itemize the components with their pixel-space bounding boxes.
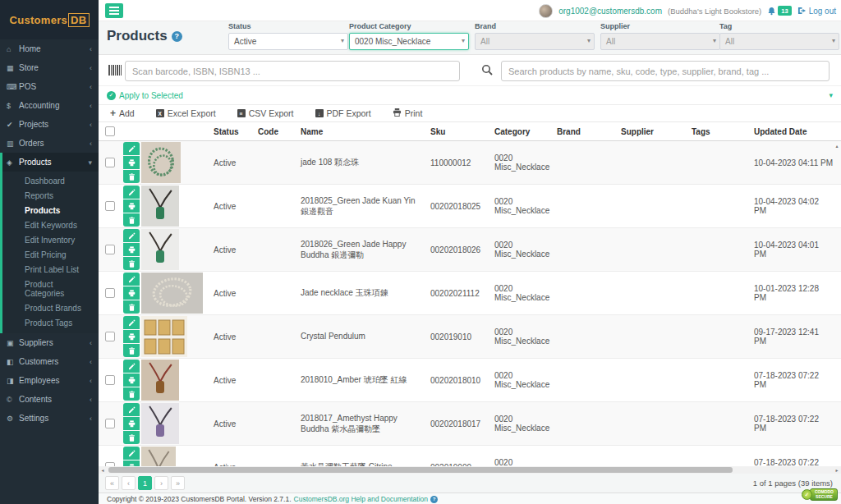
search-input[interactable]	[501, 61, 830, 81]
sidebar-item-settings[interactable]: ⚙Settings‹	[0, 409, 99, 428]
product-image[interactable]	[141, 142, 181, 183]
sidebar-item-projects[interactable]: ✔Projects‹	[0, 115, 99, 134]
sidebar-item-contents[interactable]: ©Contents‹	[0, 390, 99, 409]
edit-button[interactable]	[123, 447, 140, 460]
user-email[interactable]: org1002@customersdb.com	[558, 7, 662, 16]
sidebar-item-products[interactable]: ◈Products▾	[2, 153, 99, 172]
row-checkbox[interactable]	[105, 332, 115, 341]
last-page-button[interactable]: »	[171, 476, 185, 490]
column-header-name[interactable]: Name	[297, 127, 427, 136]
product-image[interactable]	[141, 316, 187, 357]
product-image[interactable]	[141, 273, 203, 314]
sidebar-item-store[interactable]: ▦Store‹	[0, 58, 99, 77]
row-checkbox[interactable]	[105, 201, 115, 211]
sidebar-subitem-dashboard[interactable]: Dashboard	[2, 173, 99, 188]
print-button[interactable]	[123, 417, 140, 430]
chevron-down-icon[interactable]: ▾	[829, 91, 833, 99]
print-button[interactable]	[123, 373, 140, 387]
footer-help-icon[interactable]: ?	[430, 496, 438, 503]
product-image[interactable]	[141, 186, 179, 227]
filter-select-brand[interactable]: All▾	[475, 33, 595, 50]
edit-button[interactable]	[123, 142, 140, 155]
brand-logo[interactable]: CustomersDB	[0, 0, 99, 39]
scroll-left-icon[interactable]: ◂	[99, 467, 107, 473]
barcode-input[interactable]	[125, 61, 460, 81]
delete-button[interactable]	[123, 300, 140, 314]
edit-button[interactable]	[123, 229, 140, 242]
filter-select-product-category[interactable]: 0020 Misc_Necklace▾	[349, 33, 469, 50]
excel-export-button[interactable]: XExcel Export	[156, 108, 216, 118]
print-button[interactable]	[123, 330, 140, 343]
sidebar-item-accounting[interactable]: $Accounting‹	[0, 96, 99, 115]
horizontal-scrollbar[interactable]: ◂ ▸	[99, 466, 841, 474]
delete-button[interactable]	[123, 344, 140, 357]
print-button[interactable]	[123, 243, 140, 256]
edit-button[interactable]	[123, 186, 140, 199]
delete-button[interactable]	[123, 387, 140, 401]
delete-button[interactable]	[123, 170, 140, 183]
sidebar-item-orders[interactable]: ▥Orders‹	[0, 134, 99, 153]
sidebar-subitem-edit-pricing[interactable]: Edit Pricing	[2, 247, 99, 262]
pdf-export-button[interactable]: ↓PDF Export	[315, 108, 371, 118]
sidebar-item-customers[interactable]: ◧Customers‹	[0, 352, 99, 371]
next-page-button[interactable]: ›	[154, 476, 168, 490]
h-scroll-thumb[interactable]	[108, 467, 733, 473]
print-button[interactable]	[123, 156, 140, 169]
sidebar-subitem-product-tags[interactable]: Product Tags	[2, 315, 99, 330]
scroll-up-icon[interactable]: ▴	[834, 143, 840, 149]
product-image[interactable]	[141, 229, 179, 270]
notifications-button[interactable]: 13	[767, 6, 791, 16]
scroll-right-icon[interactable]: ▸	[833, 467, 841, 473]
sidebar-item-employees[interactable]: ◨Employees‹	[0, 371, 99, 390]
logout-button[interactable]: Log out	[797, 7, 836, 16]
sidebar-toggle-button[interactable]	[105, 3, 123, 18]
sidebar-subitem-product-categories[interactable]: Product Categories	[2, 277, 99, 300]
row-checkbox[interactable]	[105, 245, 115, 254]
sidebar-subitem-products[interactable]: Products	[2, 203, 99, 218]
user-avatar[interactable]	[539, 4, 553, 18]
column-header-updated-date[interactable]: Updated Date	[751, 127, 833, 136]
select-all-checkbox[interactable]	[105, 126, 115, 136]
column-header-supplier[interactable]: Supplier	[618, 127, 688, 136]
column-header-category[interactable]: Category	[491, 127, 554, 136]
sidebar-subitem-edit-inventory[interactable]: Edit Inventory	[2, 232, 99, 247]
edit-button[interactable]	[123, 360, 140, 373]
delete-button[interactable]	[123, 257, 140, 270]
first-page-button[interactable]: «	[105, 476, 119, 490]
filter-select-tag[interactable]: All▾	[719, 33, 839, 50]
column-header-sku[interactable]: Sku	[427, 127, 491, 136]
sidebar-subitem-reports[interactable]: Reports	[2, 188, 99, 203]
print-button[interactable]: Print	[393, 108, 423, 118]
column-header-brand[interactable]: Brand	[554, 127, 618, 136]
delete-button[interactable]	[123, 213, 140, 227]
sidebar-subitem-product-brands[interactable]: Product Brands	[2, 300, 99, 315]
sidebar-subitem-edit-keywords[interactable]: Edit Keywords	[2, 218, 99, 232]
sidebar-item-home[interactable]: ⌂Home‹	[0, 39, 99, 58]
help-documentation-link[interactable]: CustomersDB.org Help and Documentation	[294, 495, 428, 503]
sidebar-subitem-print-label-list[interactable]: Print Label List	[2, 262, 99, 277]
row-checkbox[interactable]	[105, 375, 115, 385]
product-image[interactable]	[141, 447, 176, 467]
sidebar-item-pos[interactable]: ⌨POS‹	[0, 77, 99, 96]
add-button[interactable]: +Add	[110, 108, 135, 118]
row-checkbox[interactable]	[105, 158, 115, 167]
filter-select-status[interactable]: Active▾	[228, 33, 348, 50]
print-button[interactable]	[123, 199, 140, 213]
print-button[interactable]	[123, 286, 140, 300]
column-header-tags[interactable]: Tags	[688, 127, 751, 136]
row-checkbox[interactable]	[105, 288, 115, 298]
page-button-1[interactable]: 1	[138, 476, 152, 490]
edit-button[interactable]	[123, 273, 140, 286]
vertical-scrollbar[interactable]: ▴	[834, 143, 840, 465]
edit-button[interactable]	[123, 316, 140, 329]
product-image[interactable]	[141, 403, 179, 444]
filter-select-supplier[interactable]: All▾	[600, 33, 720, 50]
product-image[interactable]	[141, 360, 179, 401]
sidebar-item-suppliers[interactable]: ▣Suppliers‹	[0, 333, 99, 352]
comodo-secure-badge[interactable]: ✓ COMODOSECURE	[802, 488, 838, 501]
apply-to-selected-button[interactable]: Apply to Selected	[119, 91, 183, 100]
csv-export-button[interactable]: ≡CSV Export	[237, 108, 294, 118]
column-header-status[interactable]: Status	[210, 127, 255, 136]
edit-button[interactable]	[123, 403, 140, 416]
row-checkbox[interactable]	[105, 419, 115, 428]
